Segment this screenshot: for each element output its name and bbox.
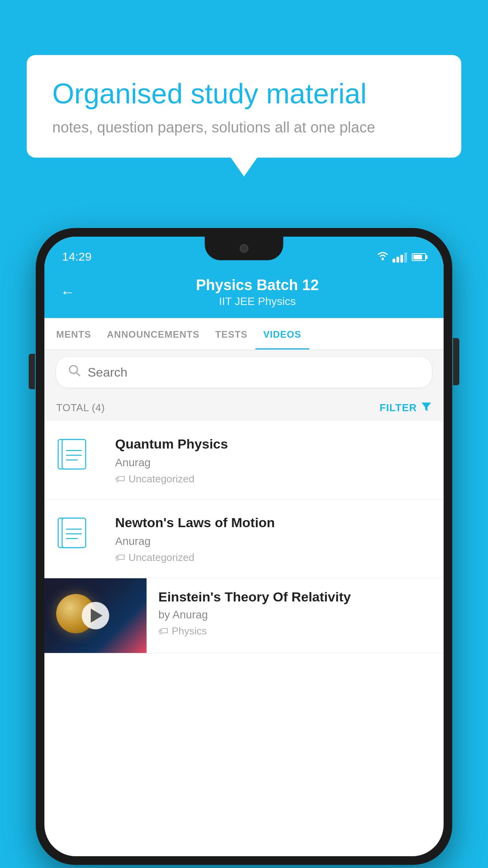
filter-label: FILTER (380, 402, 417, 414)
video-tag: 🏷 Uncategorized (115, 473, 432, 485)
svg-rect-10 (62, 518, 86, 548)
bubble-title: Organised study material (52, 77, 436, 110)
tab-ments[interactable]: MENTS (48, 318, 99, 349)
wifi-icon (376, 250, 389, 263)
bubble-subtitle: notes, question papers, solutions all at… (52, 119, 436, 136)
tag-icon: 🏷 (115, 473, 125, 485)
speech-bubble-container: Organised study material notes, question… (27, 55, 461, 158)
play-icon (91, 609, 103, 623)
header-sub-title: IIT JEE Physics (87, 295, 428, 308)
app-header: ← Physics Batch 12 IIT JEE Physics (44, 268, 444, 318)
video-title: Quantum Physics (115, 435, 432, 452)
document-icon (56, 439, 92, 480)
total-count: TOTAL (4) (56, 402, 105, 414)
video-author: Anurag (115, 456, 432, 469)
search-bar-container (44, 350, 444, 395)
search-input[interactable] (88, 365, 420, 380)
video-info: Einstein's Theory Of Relativity by Anura… (147, 578, 444, 648)
search-bar[interactable] (56, 357, 432, 388)
phone-outer-shell: 14:29 (36, 228, 452, 865)
video-tag: 🏷 Physics (158, 625, 432, 637)
tab-tests[interactable]: TESTS (207, 318, 255, 349)
document-icon (56, 517, 92, 559)
video-list: Quantum Physics Anurag 🏷 Uncategorized (44, 421, 444, 653)
tab-announcements[interactable]: ANNOUNCEMENTS (99, 318, 207, 349)
list-item[interactable]: Einstein's Theory Of Relativity by Anura… (44, 578, 444, 653)
tab-videos[interactable]: VIDEOS (255, 318, 309, 349)
phone-notch (205, 237, 283, 260)
filter-button[interactable]: FILTER (380, 401, 432, 415)
file-icon-area (56, 517, 103, 560)
tab-bar: MENTS ANNOUNCEMENTS TESTS VIDEOS (44, 318, 444, 350)
tag-label: Physics (172, 625, 207, 637)
svg-marker-3 (422, 403, 431, 411)
file-icon-area (56, 439, 103, 482)
tag-icon: 🏷 (115, 552, 125, 564)
tag-icon: 🏷 (158, 625, 169, 637)
phone-device: 14:29 (36, 228, 452, 865)
front-camera (240, 244, 248, 253)
speech-bubble: Organised study material notes, question… (27, 55, 461, 158)
video-thumbnail (44, 578, 147, 653)
list-item[interactable]: Quantum Physics Anurag 🏷 Uncategorized (44, 421, 444, 500)
battery-icon (412, 253, 426, 261)
play-button[interactable] (82, 602, 109, 629)
video-title: Einstein's Theory Of Relativity (158, 589, 432, 605)
svg-line-2 (76, 372, 80, 376)
video-author: Anurag (115, 535, 432, 548)
video-title: Newton's Laws of Motion (115, 514, 432, 531)
back-button[interactable]: ← (60, 284, 75, 301)
phone-screen: 14:29 (44, 237, 444, 856)
header-titles: Physics Batch 12 IIT JEE Physics (87, 277, 428, 308)
filter-bar: TOTAL (4) FILTER (44, 395, 444, 421)
tag-label: Uncategorized (128, 473, 194, 485)
video-info: Quantum Physics Anurag 🏷 Uncategorized (115, 435, 432, 485)
video-tag: 🏷 Uncategorized (115, 552, 432, 564)
svg-point-0 (382, 258, 384, 260)
svg-rect-5 (62, 440, 86, 469)
video-info: Newton's Laws of Motion Anurag 🏷 Uncateg… (115, 514, 432, 564)
list-item[interactable]: Newton's Laws of Motion Anurag 🏷 Uncateg… (44, 500, 444, 578)
header-main-title: Physics Batch 12 (87, 277, 428, 294)
video-author: by Anurag (158, 609, 432, 621)
status-icons (376, 250, 426, 263)
search-icon (68, 364, 81, 381)
filter-icon (421, 401, 432, 415)
signal-icon (393, 252, 407, 263)
tag-label: Uncategorized (128, 552, 194, 564)
